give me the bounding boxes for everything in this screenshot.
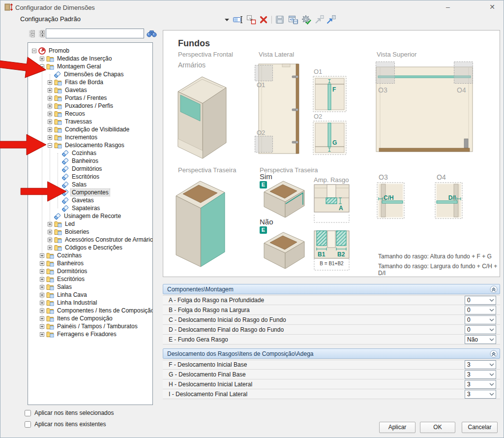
tree-item-dimensoes-de-chapas[interactable]: Dimensões de Chapas (28, 70, 152, 78)
tree-toggle-plus-icon[interactable] (40, 277, 44, 282)
tree-search-input[interactable] (46, 29, 144, 38)
tree-toggle-plus-icon[interactable] (40, 57, 44, 61)
tree-toggle-plus-icon[interactable] (40, 309, 44, 313)
apply-selected-items-checkbox[interactable]: Aplicar nos itens selecionados (25, 409, 114, 416)
param-dropdown[interactable]: Não (465, 335, 496, 344)
tree-toggle-plus-icon[interactable] (48, 222, 52, 226)
tree-toggle-plus-icon[interactable] (48, 120, 52, 124)
tree-toggle-plus-icon[interactable] (48, 80, 52, 85)
binoculars-icon[interactable] (147, 29, 157, 38)
tree-item-condicao-de-visibilidade[interactable]: Condição de Visibilidade (28, 125, 152, 133)
chevron-down-icon[interactable] (225, 19, 229, 21)
tree-toggle-plus-icon[interactable] (48, 230, 52, 234)
close-button[interactable]: ✕ (484, 1, 501, 12)
cancel-button[interactable]: Cancelar (462, 422, 498, 433)
tree-item-dormitorios[interactable]: Dormitórios (28, 165, 152, 173)
tree-item-usinagem-de-recorte[interactable]: Usinagem de Recorte (28, 212, 152, 220)
tree-toggle-plus-icon[interactable] (40, 332, 44, 337)
param-dropdown[interactable]: 3 (465, 360, 496, 369)
tree-item-montagem-geral[interactable]: Montagem Geral (28, 63, 152, 70)
tree-toggle-plus-icon[interactable] (40, 324, 44, 329)
double-chevron-up-icon[interactable] (490, 285, 498, 293)
tree-item-travessas[interactable]: Travessas (28, 118, 152, 125)
tree-toggle-plus-icon[interactable] (48, 104, 52, 108)
svg-text:B1: B1 (318, 251, 326, 258)
tree-toggle-plus-icon[interactable] (40, 293, 44, 297)
tree-toggle-plus-icon[interactable] (48, 238, 52, 242)
ok-button[interactable]: OK (420, 422, 455, 433)
tree-item-escritorios[interactable]: Escritórios (28, 173, 152, 181)
tree-item-portas-frentes[interactable]: Portas / Frentes (28, 94, 152, 102)
param-dropdown[interactable]: 3 (465, 380, 496, 389)
delete-config-icon[interactable] (258, 14, 269, 25)
tree-toggle-plus-icon[interactable] (48, 96, 52, 100)
tree-item-label: Salas (71, 181, 88, 188)
tree-toggle-minus-icon[interactable] (32, 49, 36, 53)
tree-toggle-minus-icon[interactable] (48, 143, 52, 148)
tree-toggle-plus-icon[interactable] (40, 261, 44, 266)
tree-item-escritorios[interactable]: Escritórios (28, 275, 152, 283)
import-arrow-icon[interactable] (314, 14, 325, 25)
param-dropdown[interactable]: 0 (465, 325, 496, 334)
tree-item-dormitorios[interactable]: Dormitórios (28, 267, 152, 275)
double-chevron-up-icon[interactable] (490, 350, 498, 358)
export-config-file-icon[interactable]: </> (288, 14, 298, 25)
tree-item-deslocamento-rasgos[interactable]: Deslocamento Rasgos (28, 141, 152, 149)
param-dropdown[interactable]: 0 (465, 315, 496, 324)
rename-config-icon[interactable] (233, 14, 243, 25)
tree-item-gavetas[interactable]: Gavetas (28, 86, 152, 94)
tree-item-incrementos[interactable]: Incrementos (28, 133, 152, 141)
tree-item-banheiros[interactable]: Banheiros (28, 259, 152, 267)
tree-item-linha-cava[interactable]: Linha Cava (28, 291, 152, 299)
tree-item-paineis-tampos-tamburatos[interactable]: Painéis / Tampos / Tamburatos (28, 322, 152, 330)
tree-item-salas[interactable]: Salas (28, 283, 152, 291)
tree-toggle-plus-icon[interactable] (40, 253, 44, 258)
tree-item-led[interactable]: Led (28, 220, 152, 228)
tree-item-label: Salas (56, 283, 73, 290)
tree-item-recuos[interactable]: Recuos (28, 110, 152, 118)
apply-config-gear-check-icon[interactable] (301, 14, 312, 25)
tree-toggle-plus-icon[interactable] (40, 269, 44, 274)
tree-item-itens-de-composicao[interactable]: Itens de Composição (28, 314, 152, 322)
tree-toggle-plus-icon[interactable] (40, 285, 44, 289)
tree-item-medidas-de-insercao[interactable]: Medidas de Inserção (28, 55, 152, 63)
param-dropdown[interactable]: 0 (465, 296, 496, 305)
tree-toggle-plus-icon[interactable] (48, 88, 52, 93)
tree-item-promob[interactable]: Promob (28, 47, 152, 55)
save-icon[interactable] (274, 14, 285, 25)
minimize-button[interactable]: – (440, 1, 456, 12)
tree-item-fitas-de-borda[interactable]: Fitas de Borda (28, 78, 152, 86)
expand-all-icon[interactable] (38, 30, 46, 38)
tree-toggle-plus-icon[interactable] (48, 135, 52, 140)
tree-toggle-plus-icon[interactable] (40, 301, 44, 305)
config-combobox[interactable]: Configuração Padrão (20, 15, 81, 23)
tree-toggle-plus-icon[interactable] (48, 246, 52, 250)
tree-item-puxadores-perfis[interactable]: Puxadores / Perfis (28, 102, 152, 110)
tree-item-componentes-itens-de-composicao[interactable]: Componentes / Itens de Composição (28, 307, 152, 314)
tree-item-acessorios-construtor-de-armarios[interactable]: Acessórios Construtor de Armários (28, 236, 152, 244)
tree-item-boiseries[interactable]: Boiseries (28, 228, 152, 236)
param-dropdown[interactable]: 3 (465, 390, 496, 399)
tree-item-sapateiras[interactable]: Sapateiras (28, 204, 152, 212)
tree-toggle-plus-icon[interactable] (48, 127, 52, 132)
tree-toggle-plus-icon[interactable] (48, 112, 52, 116)
param-dropdown[interactable]: 3 (465, 370, 496, 379)
maximize-button[interactable] (462, 1, 479, 12)
tree-item-ferragens-e-fixadores[interactable]: Ferragens e Fixadores (28, 330, 152, 338)
tree-item-cozinhas[interactable]: Cozinhas (28, 149, 152, 157)
export-arrow-icon[interactable] (326, 14, 336, 25)
tree-item-cozinhas[interactable]: Cozinhas (28, 251, 152, 259)
tree-item-gavetas[interactable]: Gavetas (28, 196, 152, 204)
tree-item-banheiros[interactable]: Banheiros (28, 157, 152, 165)
apply-existing-items-checkbox[interactable]: Aplicar nos itens existentes (25, 421, 106, 428)
tree-item-componentes[interactable]: Componentes (28, 188, 152, 196)
apply-button[interactable]: Aplicar (379, 422, 415, 433)
param-dropdown[interactable]: 0 (465, 306, 496, 314)
collapse-all-icon[interactable] (28, 30, 36, 38)
tree-item-salas[interactable]: Salas (28, 181, 152, 188)
tree-toggle-minus-icon[interactable] (40, 64, 44, 69)
duplicate-config-icon[interactable] (246, 14, 257, 25)
tree-item-linha-industrial[interactable]: Linha Industrial (28, 299, 152, 307)
tree-toggle-plus-icon[interactable] (40, 316, 44, 321)
tree-item-codigos-e-descricoes[interactable]: Códigos e Descrições (28, 244, 152, 251)
